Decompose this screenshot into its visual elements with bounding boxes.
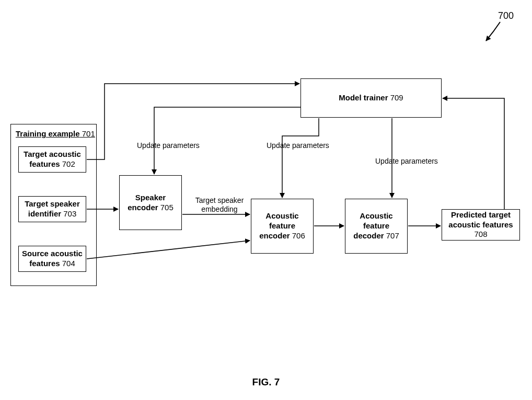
model-trainer-num: 709 [388,93,403,102]
figure-number-text: 700 [498,10,514,21]
model-trainer-label: Model trainer [339,93,388,102]
update-parameters-label-1: Update parameters [137,141,200,150]
acoustic-feature-encoder-box: Acoustic feature encoder 706 [251,199,314,254]
target-speaker-embedding-label: Target speaker embedding [191,196,248,214]
source-acoustic-features-num: 704 [60,259,75,268]
speaker-encoder-num: 705 [158,203,174,212]
target-acoustic-features-num: 702 [60,159,75,168]
acoustic-feature-decoder-box: Acoustic feature decoder 707 [345,199,408,254]
predicted-target-box: Predicted target acoustic features 708 [442,209,520,241]
predicted-target-num: 708 [474,230,487,238]
training-example-title-num: 701 [80,129,95,138]
figure-number-label: 700 [498,10,514,21]
acoustic-feature-encoder-num: 706 [290,231,305,240]
target-speaker-embedding-line2: embedding [201,205,237,213]
speaker-encoder-box: Speaker encoder 705 [119,175,182,230]
svg-line-2 [87,241,250,259]
target-speaker-embedding-line1: Target speaker [195,196,244,204]
training-example-title: Training example 701 [16,129,95,138]
diagram-canvas: 700 Training example 701 Target acoustic… [0,0,532,400]
target-speaker-identifier-box: Target speaker identifier 703 [18,196,86,222]
training-example-title-bold: Training example [16,129,80,138]
predicted-target-label: Predicted target acoustic features [448,210,513,229]
acoustic-feature-decoder-num: 707 [384,231,399,240]
figure-caption: FIG. 7 [0,376,532,388]
source-acoustic-features-box: Source acoustic features 704 [18,246,86,272]
model-trainer-box: Model trainer 709 [300,78,442,118]
target-acoustic-features-box: Target acoustic features 702 [18,146,86,173]
update-parameters-label-2: Update parameters [267,141,329,150]
update-parameters-label-3: Update parameters [375,157,438,166]
target-speaker-identifier-num: 703 [61,209,76,218]
